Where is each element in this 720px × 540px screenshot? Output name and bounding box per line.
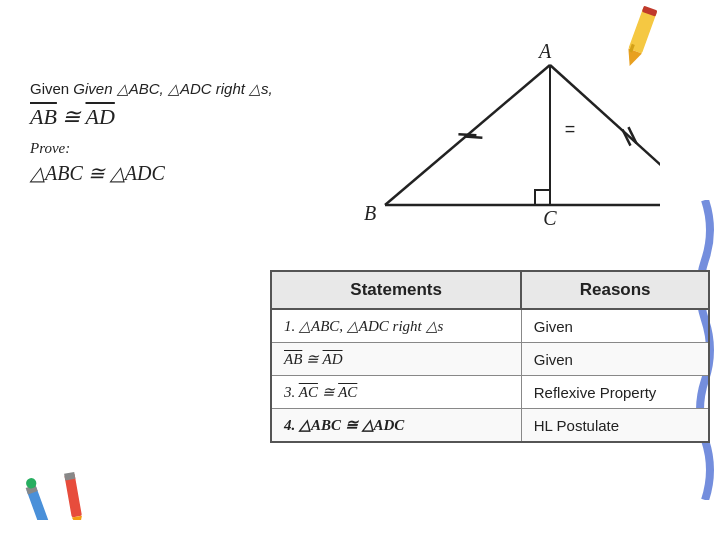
- formula-ab-ad: AB ≅ AD: [30, 104, 350, 130]
- statement-2: AB ≅ AD: [271, 343, 521, 376]
- prove-label: Prove:: [30, 140, 350, 157]
- table-row: 3. AC ≅ AC Reflexive Property: [271, 376, 709, 409]
- given-text: Given △ABC, △ADC right △s,: [73, 80, 272, 97]
- given-section: Given Given △ABC, △ADC right △s, AB ≅ AD…: [30, 80, 350, 185]
- reason-1: Given: [521, 309, 709, 343]
- statement-3: 3. AC ≅ AC: [271, 376, 521, 409]
- statements-header: Statements: [271, 271, 521, 309]
- svg-text:=: =: [565, 119, 576, 139]
- svg-rect-8: [64, 474, 82, 518]
- geometry-diagram: A B C D =: [340, 40, 660, 240]
- reason-2: Given: [521, 343, 709, 376]
- statement-4: 4. △ABC ≅ △ADC: [271, 409, 521, 443]
- table-row: 1. △ABC, △ADC right △s Given: [271, 309, 709, 343]
- prove-formula: △ABC ≅ △ADC: [30, 161, 350, 185]
- table-row: 4. △ABC ≅ △ADC HL Postulate: [271, 409, 709, 443]
- crayon-bottom-decoration: [20, 460, 140, 520]
- statement-1: 1. △ABC, △ADC right △s: [271, 309, 521, 343]
- svg-text:C: C: [543, 207, 557, 229]
- given-label: Given Given △ABC, △ADC right △s,: [30, 80, 350, 98]
- svg-text:B: B: [364, 202, 376, 224]
- reason-3: Reflexive Property: [521, 376, 709, 409]
- svg-text:A: A: [537, 40, 552, 62]
- reasons-header: Reasons: [521, 271, 709, 309]
- reason-4: HL Postulate: [521, 409, 709, 443]
- svg-rect-17: [535, 190, 550, 205]
- table-row: AB ≅ AD Given: [271, 343, 709, 376]
- proof-table: Statements Reasons 1. △ABC, △ADC right △…: [270, 270, 710, 443]
